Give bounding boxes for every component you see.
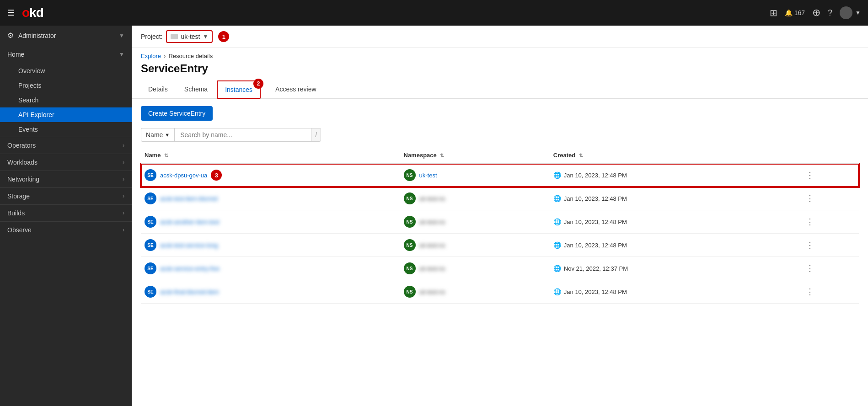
- sidebar-item-administrator[interactable]: ⚙ Administrator ▼: [0, 26, 132, 45]
- sidebar-item-overview[interactable]: Overview: [0, 64, 132, 78]
- instances-table: Name ⇅ Namespace ⇅ Created ⇅: [132, 147, 868, 304]
- sidebar-item-storage[interactable]: Storage ›: [0, 187, 132, 204]
- row-6-namespace-cell: NS uk-test-ns: [400, 280, 550, 304]
- row-4-name-cell: SE acsk-test-service-long: [141, 234, 400, 257]
- row-4-created-cell: 🌐 Jan 10, 2023, 12:48 PM: [550, 234, 800, 257]
- row-4-namespace-cell: NS uk-test-ns: [400, 234, 550, 257]
- sidebar-item-workloads[interactable]: Workloads ›: [0, 154, 132, 171]
- row-2-namespace-cell: NS uk-test-ns: [400, 187, 550, 210]
- tab-instances[interactable]: Instances 2: [217, 80, 261, 99]
- logo-text: okd: [22, 5, 43, 20]
- row-3-namespace-cell: NS uk-test-ns: [400, 210, 550, 234]
- row-6-action-cell: ⋮: [800, 280, 859, 304]
- row-menu-button[interactable]: ⋮: [804, 240, 816, 250]
- sidebar-item-events[interactable]: Events: [0, 122, 132, 137]
- row-3-action-cell: ⋮: [800, 210, 859, 234]
- sidebar-item-builds[interactable]: Builds ›: [0, 204, 132, 221]
- tab-details[interactable]: Details: [141, 81, 175, 99]
- blurred-ns-2: uk-test-ns: [419, 195, 445, 202]
- chevron-right-icon: ›: [123, 193, 124, 199]
- row-menu-button[interactable]: ⋮: [804, 217, 816, 226]
- sidebar-item-observe[interactable]: Observe ›: [0, 221, 132, 238]
- ns-badge: NS: [404, 169, 416, 181]
- created-date: Jan 10, 2023, 12:48 PM: [564, 172, 627, 179]
- globe-icon: 🌐: [553, 171, 561, 179]
- navbar-right: ⊞ 🔔 167 ⊕ ? ▼: [770, 6, 861, 19]
- tab-schema[interactable]: Schema: [177, 81, 215, 99]
- ns-badge: NS: [404, 286, 416, 298]
- row-6-name-cell: SE acsk-final-blurred-item: [141, 280, 400, 304]
- row-4-action-cell: ⋮: [800, 234, 859, 257]
- home-label: Home: [7, 51, 24, 58]
- column-header-actions: [800, 147, 859, 164]
- row-2-name-cell: SE acsk-test-item-blurred: [141, 187, 400, 210]
- hamburger-menu-icon[interactable]: ☰: [7, 8, 15, 18]
- ns-badge: NS: [404, 262, 416, 274]
- logo-kd: kd: [29, 5, 43, 20]
- table-header: Name ⇅ Namespace ⇅ Created ⇅: [141, 147, 859, 164]
- row-menu-button[interactable]: ⋮: [804, 264, 816, 273]
- filter-dropdown[interactable]: Name ▼: [141, 128, 174, 142]
- project-name: uk-test: [181, 33, 200, 40]
- se-badge: SE: [145, 192, 156, 204]
- row-menu-button[interactable]: ⋮: [804, 287, 816, 296]
- sidebar-item-networking[interactable]: Networking ›: [0, 171, 132, 187]
- globe-icon: 🌐: [553, 265, 561, 272]
- row-1-action-cell: ⋮: [800, 164, 859, 187]
- column-header-namespace[interactable]: Namespace ⇅: [400, 147, 550, 164]
- row-menu-button[interactable]: ⋮: [804, 194, 816, 203]
- create-service-entry-button[interactable]: Create ServiceEntry: [141, 106, 213, 121]
- search-input[interactable]: [174, 128, 311, 142]
- project-selector[interactable]: uk-test ▼: [166, 30, 213, 43]
- sidebar-item-search[interactable]: Search: [0, 93, 132, 107]
- app-logo: okd: [22, 5, 43, 20]
- column-header-created[interactable]: Created ⇅: [550, 147, 800, 164]
- help-icon[interactable]: ?: [828, 8, 832, 18]
- chevron-right-icon: ›: [123, 227, 124, 233]
- add-icon[interactable]: ⊕: [812, 7, 820, 19]
- namespace-link[interactable]: uk-test: [419, 172, 437, 179]
- blurred-name-2: acsk-test-item-blurred: [160, 195, 218, 202]
- row-menu-button[interactable]: ⋮: [804, 171, 816, 180]
- main-layout: ⚙ Administrator ▼ Home ▼ Overview Projec…: [0, 26, 868, 406]
- project-bar: Project: uk-test ▼ 1: [132, 26, 868, 48]
- sidebar-item-operators[interactable]: Operators ›: [0, 137, 132, 154]
- tab-access-review[interactable]: Access review: [268, 81, 323, 99]
- sidebar-item-projects[interactable]: Projects: [0, 78, 132, 93]
- sidebar-item-home[interactable]: Home ▼: [0, 45, 132, 64]
- chevron-down-icon: ▼: [119, 51, 124, 58]
- sort-icon-namespace: ⇅: [440, 153, 444, 158]
- blurred-ns-4: uk-test-ns: [419, 242, 445, 249]
- column-header-name[interactable]: Name ⇅: [141, 147, 400, 164]
- row-1-created-cell: 🌐 Jan 10, 2023, 12:48 PM: [550, 164, 800, 187]
- row-5-action-cell: ⋮: [800, 257, 859, 280]
- breadcrumb-explore[interactable]: Explore: [141, 53, 161, 59]
- sidebar: ⚙ Administrator ▼ Home ▼ Overview Projec…: [0, 26, 132, 406]
- blurred-ns-6: uk-test-ns: [419, 288, 445, 295]
- row-3-created-cell: 🌐 Jan 10, 2023, 12:48 PM: [550, 210, 800, 234]
- sidebar-item-api-explorer[interactable]: API Explorer: [0, 107, 132, 122]
- se-badge: SE: [145, 239, 156, 251]
- ns-badge: NS: [404, 239, 416, 251]
- table-row: SE acsk-dpsu-gov-ua 3 NS uk-test: [141, 164, 859, 187]
- apps-grid-icon[interactable]: ⊞: [770, 7, 777, 18]
- ns-badge: NS: [404, 216, 416, 228]
- row-5-namespace-cell: NS uk-test-ns: [400, 257, 550, 280]
- blurred-name-3: acsk-another-item-test: [160, 219, 219, 225]
- user-menu[interactable]: ▼: [840, 6, 861, 19]
- content-area: Project: uk-test ▼ 1 Explore › Resource …: [132, 26, 868, 406]
- admin-item-left: ⚙ Administrator: [7, 31, 56, 40]
- row-1-namespace-cell: NS uk-test: [400, 164, 550, 187]
- row-6-created-cell: 🌐 Jan 10, 2023, 12:48 PM: [550, 280, 800, 304]
- navbar: ☰ okd ⊞ 🔔 167 ⊕ ? ▼: [0, 0, 868, 26]
- row-2-created-cell: 🌐 Jan 10, 2023, 12:48 PM: [550, 187, 800, 210]
- row-3-name-cell: SE acsk-another-item-test: [141, 210, 400, 234]
- blurred-name-4: acsk-test-service-long: [160, 242, 218, 249]
- row-5-name-cell: SE acsk-service-entry-five: [141, 257, 400, 280]
- sidebar-admin-label: Administrator: [18, 32, 56, 39]
- notifications-button[interactable]: 🔔 167: [785, 9, 805, 16]
- avatar: [840, 6, 852, 19]
- blurred-ns-3: uk-test-ns: [419, 219, 445, 225]
- table-row: SE acsk-test-service-long NS uk-test-ns: [141, 234, 859, 257]
- service-entry-name-link[interactable]: acsk-dpsu-gov-ua: [160, 172, 207, 179]
